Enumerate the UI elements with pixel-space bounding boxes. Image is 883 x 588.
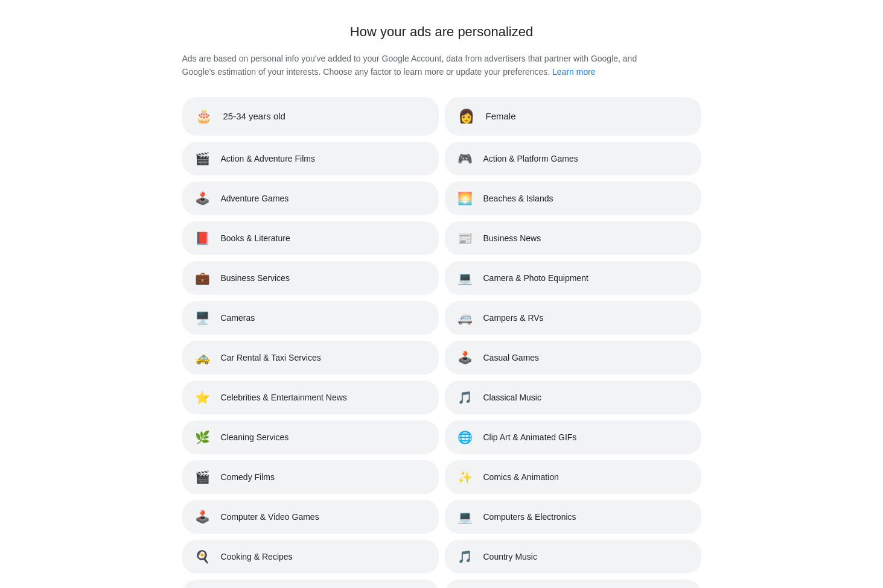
card-cameras[interactable]: 🖥️ Cameras [182,301,439,335]
interests-grid: 🎬 Action & Adventure Films 🎮 Action & Pl… [182,142,701,588]
icon-computer-games: 🕹️ [193,507,212,526]
intro-paragraph: Ads are based on personal info you've ad… [182,52,653,79]
label-camera-photo: Camera & Photo Equipment [483,273,588,283]
card-country-music[interactable]: 🎵 Country Music [445,540,701,574]
label-business-news: Business News [483,233,541,243]
label-cleaning-services: Cleaning Services [221,432,289,442]
card-comics-animation[interactable]: ✨ Comics & Animation [445,460,701,494]
label-cameras: Cameras [221,313,255,323]
label-campers-rvs: Campers & RVs [483,313,544,323]
age-label: 25-34 years old [223,111,285,121]
card-classical-music[interactable]: 🎵 Classical Music [445,381,701,414]
page-title: How your ads are personalized [182,24,701,40]
icon-classical-music: 🎵 [456,388,475,407]
card-cleaning-services[interactable]: 🌿 Cleaning Services [182,420,439,454]
icon-adventure-games: 🕹️ [193,189,212,208]
card-action-films[interactable]: 🎬 Action & Adventure Films [182,142,439,175]
card-books-literature[interactable]: 📕 Books & Literature [182,221,439,255]
label-country-music: Country Music [483,552,537,561]
top-cards: 🎂 25-34 years old 👩 Female [182,97,701,136]
label-computer-games: Computer & Video Games [221,512,319,522]
card-adventure-games[interactable]: 🕹️ Adventure Games [182,182,439,215]
label-action-games: Action & Platform Games [483,154,578,163]
icon-business-services: 💼 [193,268,212,288]
gender-label: Female [486,111,516,121]
icon-camera-photo: 💻 [456,268,475,288]
icon-action-films: 🎬 [193,149,212,168]
card-business-news[interactable]: 📰 Business News [445,221,701,255]
card-cooking-recipes[interactable]: 🍳 Cooking & Recipes [182,540,439,574]
icon-celebrities: ⭐ [193,388,212,407]
icon-beaches-islands: 🌅 [456,189,475,208]
card-casual-games[interactable]: 🕹️ Casual Games [445,341,701,375]
label-casual-games: Casual Games [483,353,540,362]
icon-clip-art: 🌐 [456,428,475,447]
label-cooking-recipes: Cooking & Recipes [221,552,293,561]
icon-business-news: 📰 [456,229,475,248]
card-drama-films[interactable]: 🎬 Drama Films [445,580,701,588]
icon-books-literature: 📕 [193,229,212,248]
card-clip-art[interactable]: 🌐 Clip Art & Animated GIFs [445,420,701,454]
label-beaches-islands: Beaches & Islands [483,194,553,203]
label-business-services: Business Services [221,273,290,283]
age-card[interactable]: 🎂 25-34 years old [182,97,439,136]
label-comedy-films: Comedy Films [221,472,275,482]
card-computer-games[interactable]: 🕹️ Computer & Video Games [182,500,439,534]
card-beaches-islands[interactable]: 🌅 Beaches & Islands [445,182,701,215]
label-clip-art: Clip Art & Animated GIFs [483,432,577,442]
icon-cooking-recipes: 🍳 [193,547,212,566]
label-action-films: Action & Adventure Films [221,154,315,163]
gender-card[interactable]: 👩 Female [445,97,701,136]
icon-casual-games: 🕹️ [456,348,475,367]
icon-campers-rvs: 🚐 [456,308,475,327]
icon-action-games: 🎮 [456,149,475,168]
card-action-games[interactable]: 🎮 Action & Platform Games [445,142,701,175]
card-business-services[interactable]: 💼 Business Services [182,261,439,295]
learn-more-link[interactable]: Learn more [552,67,596,77]
icon-comics-animation: ✨ [456,467,475,487]
label-classical-music: Classical Music [483,393,541,402]
icon-cleaning-services: 🌿 [193,428,212,447]
gender-icon: 👩 [456,106,477,127]
page-container: How your ads are personalized Ads are ba… [170,0,713,588]
icon-country-music: 🎵 [456,547,475,566]
card-celebrities[interactable]: ⭐ Celebrities & Entertainment News [182,381,439,414]
label-computers-electronics: Computers & Electronics [483,512,576,522]
icon-comedy-films: 🎬 [193,467,212,487]
card-car-rental[interactable]: 🚕 Car Rental & Taxi Services [182,341,439,375]
label-adventure-games: Adventure Games [221,194,289,203]
label-car-rental: Car Rental & Taxi Services [221,353,321,362]
label-comics-animation: Comics & Animation [483,472,559,482]
card-dictionaries[interactable]: 🔍 Dictionaries & Encyclopedias [182,580,439,588]
card-camera-photo[interactable]: 💻 Camera & Photo Equipment [445,261,701,295]
card-comedy-films[interactable]: 🎬 Comedy Films [182,460,439,494]
card-campers-rvs[interactable]: 🚐 Campers & RVs [445,301,701,335]
age-icon: 🎂 [193,106,215,127]
icon-cameras: 🖥️ [193,308,212,327]
label-books-literature: Books & Literature [221,233,290,243]
label-celebrities: Celebrities & Entertainment News [221,393,347,402]
icon-car-rental: 🚕 [193,348,212,367]
icon-computers-electronics: 💻 [456,507,475,526]
card-computers-electronics[interactable]: 💻 Computers & Electronics [445,500,701,534]
